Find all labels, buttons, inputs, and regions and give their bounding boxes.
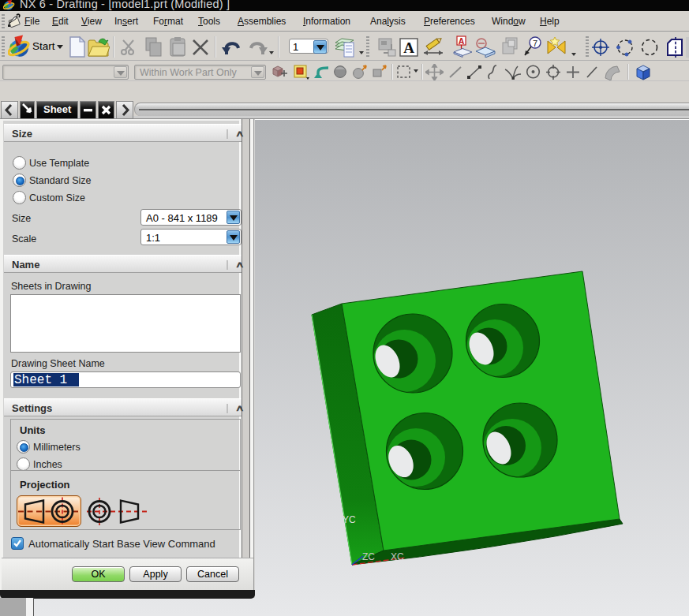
svg-text:7: 7 bbox=[533, 39, 537, 48]
svg-text:YC: YC bbox=[343, 514, 356, 525]
svg-text:XC: XC bbox=[391, 551, 404, 562]
svg-text:A: A bbox=[459, 36, 465, 46]
svg-text:A: A bbox=[403, 39, 414, 56]
svg-text:ZC: ZC bbox=[362, 551, 375, 562]
